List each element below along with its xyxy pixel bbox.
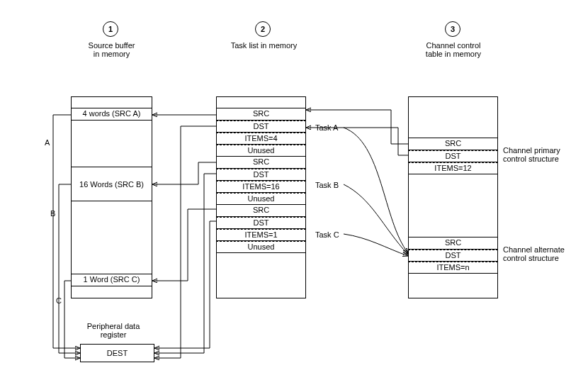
taskC-label: Task C	[315, 230, 339, 239]
taskC-src: SRC	[216, 205, 306, 217]
col1-title-l1: Source buffer	[64, 41, 159, 50]
col2-number: 2	[261, 25, 265, 33]
channel-alternate-label: Channel alternate control structure	[503, 245, 565, 262]
col2-title: Task list in memory	[216, 41, 312, 50]
label-C: C	[56, 296, 62, 305]
chan-primary-l1: Channel primary	[503, 146, 560, 155]
chan-primary-items-text: ITEMS=12	[434, 164, 471, 172]
diagram-canvas: 1 Source buffer in memory 4 words (SRC A…	[0, 0, 588, 380]
srcC-text: 1 Word (SRC C)	[84, 275, 140, 284]
srcC-cell: 1 Word (SRC C)	[71, 274, 152, 286]
dest-text: DEST	[107, 349, 128, 357]
taskC-items: ITEMS=1	[216, 229, 306, 241]
chan-primary-src: SRC	[408, 138, 498, 150]
taskA-src: SRC	[216, 108, 306, 121]
chan-primary-dst-text: DST	[446, 152, 461, 160]
task-top-pad	[216, 96, 306, 108]
col3-number: 3	[451, 25, 455, 33]
chan-primary-src-text: SRC	[445, 139, 461, 147]
srcA-cell: 4 words (SRC A)	[71, 108, 152, 121]
chan-bot-pad	[408, 274, 498, 298]
src-buffer-top-pad	[71, 96, 152, 108]
srcB-text: 16 Words (SRC B)	[79, 180, 144, 189]
src-buffer-bot-pad	[71, 286, 152, 298]
taskB-dst: DST	[216, 169, 306, 181]
taskA-dst-text: DST	[254, 122, 269, 130]
channel-primary-label: Channel primary control structure	[503, 146, 560, 163]
taskC-dst: DST	[216, 217, 306, 229]
label-B: B	[50, 209, 55, 218]
dest-box: DEST	[80, 344, 154, 362]
peripheral-label: Peripheral data register	[74, 322, 152, 339]
src-gap-BC	[71, 201, 152, 274]
taskC-unused: Unused	[216, 241, 306, 253]
taskB-src-text: SRC	[253, 157, 269, 166]
chan-alt-items-text: ITEMS=n	[436, 263, 469, 272]
taskA-unused: Unused	[216, 145, 306, 157]
taskB-dst-text: DST	[254, 170, 269, 179]
chan-gap	[408, 174, 498, 238]
taskB-label: Task B	[315, 181, 339, 189]
chan-alt-l1: Channel alternate	[503, 245, 565, 254]
taskC-unused-text: Unused	[248, 242, 275, 251]
chan-primary-l2: control structure	[503, 155, 560, 163]
col2-title-l1: Task list in memory	[216, 41, 312, 50]
col2-number-badge: 2	[255, 21, 271, 37]
taskA-src-text: SRC	[253, 109, 269, 118]
chan-alt-items: ITEMS=n	[408, 262, 498, 274]
col1-title: Source buffer in memory	[64, 41, 159, 58]
col1-title-l2: in memory	[64, 50, 159, 58]
chan-alt-l2: control structure	[503, 254, 565, 262]
taskB-src: SRC	[216, 157, 306, 169]
col3-title-l2: table in memory	[404, 50, 503, 58]
srcB-cell: 16 Words (SRC B)	[71, 167, 152, 201]
label-A: A	[45, 138, 50, 147]
taskB-items-text: ITEMS=16	[242, 182, 279, 191]
task-bot-pad	[216, 253, 306, 298]
srcA-text: 4 words (SRC A)	[83, 109, 141, 118]
chan-primary-dst: DST	[408, 150, 498, 162]
taskB-unused: Unused	[216, 193, 306, 205]
taskA-items-text: ITEMS=4	[244, 134, 277, 142]
taskC-src-text: SRC	[253, 206, 269, 214]
col1-number: 1	[108, 25, 113, 33]
col3-number-badge: 3	[445, 21, 460, 37]
taskC-items-text: ITEMS=1	[244, 230, 277, 239]
taskA-items: ITEMS=4	[216, 133, 306, 145]
taskA-unused-text: Unused	[248, 146, 275, 155]
col1-number-badge: 1	[103, 21, 118, 37]
chan-alt-src-text: SRC	[445, 238, 461, 247]
peripheral-l1: Peripheral data	[74, 322, 152, 330]
src-gap-AB	[71, 121, 152, 167]
peripheral-l2: register	[74, 330, 152, 339]
col3-title-l1: Channel control	[404, 41, 503, 50]
chan-alt-dst-text: DST	[446, 251, 461, 259]
taskA-dst: DST	[216, 121, 306, 133]
chan-alt-dst: DST	[408, 250, 498, 262]
chan-top-pad	[408, 96, 498, 138]
taskA-label: Task A	[315, 123, 338, 132]
chan-alt-src: SRC	[408, 238, 498, 250]
taskC-dst-text: DST	[254, 218, 269, 227]
taskB-items: ITEMS=16	[216, 181, 306, 193]
taskB-unused-text: Unused	[248, 194, 275, 203]
chan-primary-items: ITEMS=12	[408, 162, 498, 174]
col3-title: Channel control table in memory	[404, 41, 503, 58]
